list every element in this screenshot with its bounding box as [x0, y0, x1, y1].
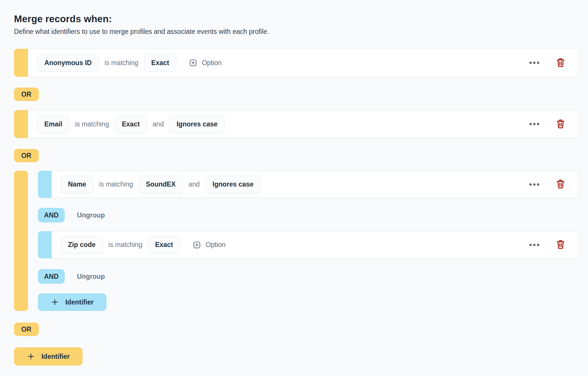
- identifier-select[interactable]: Name: [61, 176, 93, 193]
- rule-accent-tab: [38, 231, 52, 258]
- rule-accent-tab: [38, 171, 52, 198]
- row-actions: [528, 119, 566, 130]
- or-connector-badge[interactable]: OR: [14, 149, 39, 162]
- row-actions: [528, 179, 566, 190]
- more-options-button[interactable]: [528, 242, 541, 248]
- row-actions: [528, 239, 566, 250]
- ungroup-button[interactable]: Ungroup: [75, 211, 107, 220]
- connector-line: OR: [14, 149, 579, 162]
- identifier-select[interactable]: Zip code: [61, 236, 103, 254]
- or-connector-badge[interactable]: OR: [14, 88, 39, 101]
- rule-card: Email is matching Exact and Ignores case: [28, 110, 579, 138]
- add-option-label: Option: [202, 59, 222, 67]
- algorithm-select[interactable]: Exact: [148, 236, 180, 254]
- rule-row-name: Name is matching SoundEX and Ignores cas…: [38, 171, 579, 198]
- trash-icon: [556, 58, 566, 68]
- delete-rule-button[interactable]: [556, 239, 566, 250]
- trash-icon: [556, 179, 566, 190]
- more-options-button[interactable]: [528, 121, 541, 127]
- rule-group: Name is matching SoundEX and Ignores cas…: [14, 171, 579, 311]
- connector-line: AND Ungroup: [38, 208, 579, 222]
- algorithm-select[interactable]: Exact: [115, 115, 147, 133]
- and-label: and: [153, 120, 164, 128]
- and-label: and: [188, 180, 200, 188]
- add-identifier-button[interactable]: Identifier: [14, 347, 83, 365]
- merge-rules-panel: Merge records when: Define what identifi…: [0, 0, 588, 376]
- rule-card: Zip code is matching Exact Option: [52, 231, 579, 258]
- is-matching-label: is matching: [104, 59, 138, 67]
- connector-line: OR: [14, 323, 579, 336]
- ungroup-button[interactable]: Ungroup: [75, 272, 107, 281]
- identifier-select[interactable]: Email: [37, 115, 69, 133]
- rule-row-zip-code: Zip code is matching Exact Option: [38, 231, 579, 258]
- match-option-select[interactable]: Ignores case: [206, 176, 261, 193]
- more-options-button[interactable]: [528, 60, 541, 66]
- add-identifier-button-group[interactable]: Identifier: [38, 293, 106, 311]
- is-matching-label: is matching: [75, 120, 109, 128]
- identifier-select[interactable]: Anonymous ID: [37, 54, 99, 72]
- rule-accent-tab: [14, 110, 28, 138]
- rule-row-email: Email is matching Exact and Ignores case: [14, 110, 579, 138]
- page-subtitle: Define what identifiers to use to merge …: [14, 27, 579, 36]
- rule-card: Anonymous ID is matching Exact Option: [28, 49, 579, 77]
- add-option-button[interactable]: Option: [191, 241, 227, 249]
- more-options-button[interactable]: [528, 182, 541, 187]
- row-actions: [528, 58, 566, 68]
- rule-row-anonymous-id: Anonymous ID is matching Exact Option: [14, 49, 579, 77]
- delete-rule-button[interactable]: [556, 119, 566, 130]
- add-option-button[interactable]: Option: [187, 58, 223, 67]
- rule-accent-tab: [14, 49, 28, 77]
- connector-line: AND Ungroup: [38, 269, 579, 284]
- group-content: Name is matching SoundEX and Ignores cas…: [28, 171, 579, 311]
- match-option-select[interactable]: Ignores case: [169, 115, 225, 133]
- is-matching-label: is matching: [108, 241, 142, 249]
- and-connector-badge[interactable]: AND: [38, 208, 65, 222]
- and-connector-badge[interactable]: AND: [38, 269, 65, 284]
- rule-card: Name is matching SoundEX and Ignores cas…: [52, 171, 579, 198]
- or-connector-badge[interactable]: OR: [14, 323, 39, 336]
- delete-rule-button[interactable]: [556, 58, 566, 68]
- plus-icon: [51, 298, 59, 306]
- plus-icon: [27, 352, 35, 361]
- page-title: Merge records when:: [14, 13, 579, 25]
- connector-line: OR: [14, 88, 579, 101]
- algorithm-select[interactable]: SoundEX: [139, 176, 183, 193]
- algorithm-select[interactable]: Exact: [144, 54, 176, 72]
- add-identifier-label: Identifier: [65, 298, 94, 306]
- delete-rule-button[interactable]: [556, 179, 566, 190]
- plus-square-icon: [193, 241, 201, 249]
- trash-icon: [556, 239, 566, 250]
- add-identifier-label: Identifier: [41, 353, 70, 361]
- plus-square-icon: [189, 59, 197, 67]
- add-option-label: Option: [206, 241, 225, 249]
- trash-icon: [556, 119, 566, 130]
- group-accent-bar: [14, 171, 28, 311]
- is-matching-label: is matching: [99, 180, 133, 188]
